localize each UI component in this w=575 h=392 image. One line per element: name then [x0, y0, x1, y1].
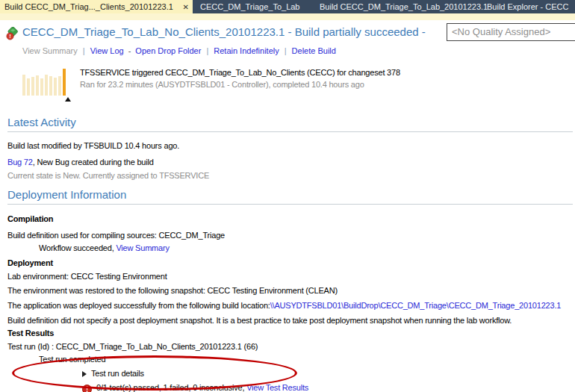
post-snapshot-note: Build definition did not specify a post … [7, 315, 573, 326]
bug-description: , New Bug created during the build [33, 158, 154, 167]
build-summary-page: Build CECC_DM_Triag..._Clients_20101223.… [0, 0, 575, 392]
lab-environment-text: Lab environment: CECC Testing Environmen… [7, 271, 573, 282]
active-tab-strip [0, 13, 575, 20]
test-run-details-row[interactable]: Test run details [82, 368, 573, 379]
duration-bar-current [63, 69, 66, 96]
bug-state-text: Current state is New. Currently assigned… [7, 170, 573, 181]
duration-bar [45, 75, 48, 96]
duration-bar [58, 76, 61, 96]
duration-bar [27, 78, 30, 96]
bug-line: Bug 72, New Bug created during the build [7, 157, 573, 168]
bug-link[interactable]: Bug 72 [7, 158, 33, 167]
tab-active-build-summary[interactable]: Build CECC_DM_Triag..._Clients_20101223.… [0, 0, 193, 13]
test-result-row: !0/1 test(s) passed, 1 failed, 0 inconcl… [82, 382, 573, 392]
deploy-location-line: The application was deployed successfull… [7, 300, 573, 311]
view-log-link[interactable]: View Log [90, 46, 124, 55]
snapshot-text: The environment was restored to the foll… [7, 285, 573, 296]
deploy-location-text: The application was deployed successfull… [7, 301, 270, 310]
close-icon[interactable]: ✕ [178, 3, 189, 11]
document-tab-bar: Build CECC_DM_Triag..._Clients_20101223.… [0, 0, 575, 13]
summary-content: Latest Activity Build last modified by T… [7, 116, 573, 392]
open-drop-folder-link[interactable]: Open Drop Folder [135, 46, 201, 55]
tab-cecc-dm-triage-to-lab[interactable]: CECC_DM_Triage_To_Lab [200, 0, 300, 13]
deployment-information-heading: Deployment Information [7, 188, 573, 202]
build-trigger-text: TFSSERVICE triggered CECC_DM_Triage_To_L… [80, 68, 400, 77]
delete-build-link[interactable]: Delete Build [292, 46, 336, 55]
page-title: CECC_DM_Triage_To_Lab_No_Clients_2010122… [22, 25, 426, 38]
view-summary-link: View Summary [22, 46, 78, 55]
action-links: View Summary|View Log-Open Drop Folder|R… [22, 46, 336, 55]
error-icon: ! [82, 385, 92, 392]
build-info: TFSSERVICE triggered CECC_DM_Triage_To_L… [22, 66, 400, 96]
test-result-text: 0/1 test(s) passed, 1 failed, 0 inconclu… [96, 383, 244, 392]
compilation-heading: Compilation [7, 214, 573, 225]
link-dash: - [128, 46, 131, 55]
view-test-results-link[interactable]: View Test Results [246, 383, 308, 392]
duration-bar [31, 77, 34, 96]
active-tab-label: Build CECC_DM_Triag..._Clients_20101223.… [4, 2, 173, 11]
section-divider [7, 204, 573, 205]
duration-bar [36, 75, 39, 96]
link-separator: | [206, 46, 208, 55]
deploy-location-link[interactable]: \\AUSYDTFSBLD01\BuildDrop\CECC_DM_Triage… [270, 301, 562, 310]
retain-indefinitely-link[interactable]: Retain Indefinitely [214, 46, 279, 55]
duration-bar [49, 76, 52, 96]
duration-bar [22, 75, 25, 96]
build-partially-succeeded-icon: ! [6, 27, 19, 40]
workflow-status-line: Workflow succeeded, View Summary [39, 243, 573, 254]
build-run-text: Ran for 23.2 minutes (AUSYDTFSBLD01 - Co… [80, 80, 400, 89]
current-build-marker-icon [65, 97, 71, 102]
link-separator: | [83, 46, 85, 55]
tab-build-explorer-cecc[interactable]: Build Explorer - CECC [487, 0, 568, 13]
build-duration-chart [22, 66, 70, 96]
svg-text:!: ! [9, 33, 11, 40]
link-separator: | [285, 46, 287, 55]
expander-icon[interactable] [82, 371, 87, 377]
test-results-heading: Test Results [7, 328, 573, 339]
latest-activity-heading: Latest Activity [7, 116, 573, 129]
workflow-status-text: Workflow succeeded, [39, 243, 114, 252]
build-definition-text: Build definition used for compiling sour… [7, 230, 573, 241]
build-modified-text: Build last modified by TFSBUILD 10.4 hou… [7, 140, 573, 152]
test-run-id-text: Test run (Id) : CECC_DM_Triage_To_Lab_No… [7, 341, 573, 352]
workflow-view-summary-link[interactable]: View Summary [116, 243, 169, 252]
deployment-heading: Deployment [7, 258, 573, 269]
test-run-details-label: Test run details [91, 369, 144, 378]
duration-bar [54, 78, 57, 96]
section-divider [7, 131, 573, 132]
quality-dropdown[interactable]: <No Quality Assigned> [447, 23, 575, 41]
duration-bar [40, 78, 43, 96]
test-run-completed-text: Test run completed [39, 354, 573, 365]
tab-build-cecc-dm-triage-to-lab[interactable]: Build CECC_DM_Triage_To_Lab_20101223.1 [320, 0, 488, 13]
